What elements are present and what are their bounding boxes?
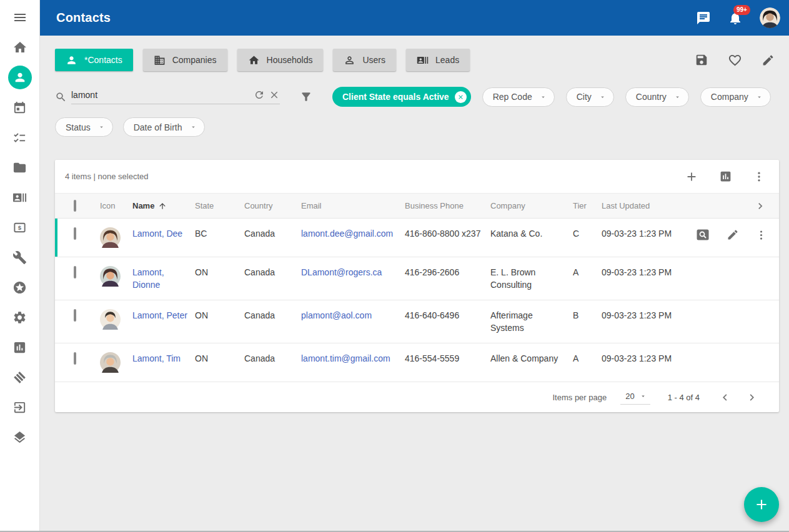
sidebar-item-reports[interactable] bbox=[0, 332, 40, 362]
column-header-icon[interactable]: Icon bbox=[100, 201, 132, 210]
filter-chip-rep-code[interactable]: Rep Code bbox=[482, 87, 555, 107]
topbar: Contacts 99+ bbox=[40, 0, 789, 36]
menu-button[interactable] bbox=[12, 10, 27, 25]
contact-email-link[interactable]: lamont.tim@gmail.com bbox=[301, 353, 390, 363]
star-circle-icon bbox=[12, 280, 27, 295]
filter-funnel-button[interactable] bbox=[300, 91, 312, 103]
tab-users-label: Users bbox=[362, 55, 385, 65]
column-header-email[interactable]: Email bbox=[301, 201, 405, 210]
filter-chip-company[interactable]: Company bbox=[700, 87, 771, 107]
row-actions bbox=[695, 227, 777, 242]
sidebar-item-calendar[interactable] bbox=[0, 92, 40, 122]
row-checkbox[interactable] bbox=[74, 266, 76, 278]
cell-tier: C bbox=[573, 227, 602, 240]
sidebar-item-campaigns[interactable] bbox=[0, 362, 40, 392]
edit-view-button[interactable] bbox=[762, 54, 775, 67]
sidebar-item-tools[interactable] bbox=[0, 242, 40, 272]
contact-email-link[interactable]: plamont@aol.com bbox=[301, 310, 372, 320]
table-row[interactable]: Lamont, Peter ON Canada plamont@aol.com … bbox=[55, 300, 779, 343]
sidebar-item-exit[interactable] bbox=[0, 392, 40, 422]
table-row[interactable]: Lamont, Dee BC Canada lamont.dee@gmail.c… bbox=[55, 219, 779, 257]
table-toolbar: 4 items | none selected bbox=[55, 160, 779, 193]
svg-text:$: $ bbox=[18, 224, 22, 231]
previous-page-button[interactable] bbox=[718, 391, 732, 404]
contact-name-link[interactable]: Lamont, Peter bbox=[132, 310, 187, 320]
contact-avatar bbox=[100, 309, 132, 330]
cell-company: Katana & Co. bbox=[490, 227, 573, 240]
sidebar-item-settings[interactable] bbox=[0, 302, 40, 332]
sidebar-item-documents[interactable] bbox=[0, 152, 40, 182]
contact-email-link[interactable]: DLamont@rogers.ca bbox=[301, 267, 382, 277]
filter-chip-status[interactable]: Status bbox=[55, 117, 113, 137]
cell-company: E. L. Brown Consulting bbox=[490, 266, 573, 291]
sidebar-nav: $ bbox=[0, 32, 40, 452]
chevron-down-icon bbox=[674, 94, 681, 101]
refresh-icon[interactable] bbox=[254, 89, 265, 101]
column-header-company[interactable]: Company bbox=[490, 201, 573, 210]
user-avatar[interactable] bbox=[760, 7, 780, 28]
next-page-button[interactable] bbox=[745, 391, 758, 404]
user-avatar-image bbox=[760, 7, 780, 28]
column-header-updated[interactable]: Last Updated bbox=[602, 201, 695, 210]
column-header-state[interactable]: State bbox=[195, 201, 244, 210]
row-checkbox[interactable] bbox=[74, 309, 76, 322]
sidebar-item-tasks[interactable] bbox=[0, 122, 40, 152]
chat-button[interactable] bbox=[696, 11, 711, 26]
chevron-right-icon bbox=[745, 391, 758, 404]
search-icon bbox=[55, 91, 67, 103]
filter-chips-row1: Client State equals Active Rep Code City… bbox=[332, 87, 771, 107]
tab-companies[interactable]: Companies bbox=[143, 49, 227, 71]
page-size-value: 20 bbox=[625, 392, 634, 401]
page-size-select[interactable]: 20 bbox=[620, 390, 650, 405]
save-view-button[interactable] bbox=[695, 53, 708, 67]
row-menu-button[interactable] bbox=[755, 229, 767, 241]
checklist-icon bbox=[12, 131, 27, 145]
cell-phone: 416-640-6496 bbox=[405, 309, 490, 322]
sidebar-item-layers[interactable] bbox=[0, 422, 40, 452]
preview-contact-button[interactable] bbox=[695, 227, 710, 242]
page-title: Contacts bbox=[56, 11, 111, 25]
active-filter-chip[interactable]: Client State equals Active bbox=[332, 87, 471, 107]
table-row[interactable]: Lamont, Tim ON Canada lamont.tim@gmail.c… bbox=[55, 343, 779, 382]
select-all-checkbox[interactable] bbox=[74, 200, 76, 212]
edit-contact-button[interactable] bbox=[727, 229, 739, 241]
favorite-view-button[interactable] bbox=[728, 53, 742, 67]
close-icon bbox=[457, 94, 464, 101]
sidebar-item-favorites[interactable] bbox=[0, 272, 40, 302]
contact-email-link[interactable]: lamont.dee@gmail.com bbox=[301, 229, 393, 239]
sidebar-item-address-book[interactable] bbox=[0, 182, 40, 212]
add-column-button[interactable] bbox=[685, 170, 698, 184]
chevron-down-icon bbox=[540, 94, 547, 101]
table-row[interactable]: Lamont, Dionne ON Canada DLamont@rogers.… bbox=[55, 257, 779, 300]
notifications-button[interactable]: 99+ bbox=[728, 11, 743, 26]
contact-name-link[interactable]: Lamont, Dee bbox=[132, 229, 182, 239]
table-menu-button[interactable] bbox=[753, 170, 765, 183]
search-input[interactable] bbox=[71, 90, 250, 100]
sidebar-item-billing[interactable]: $ bbox=[0, 212, 40, 242]
tab-users[interactable]: Users bbox=[333, 49, 396, 71]
cell-country: Canada bbox=[244, 227, 301, 240]
tab-leads[interactable]: Leads bbox=[406, 49, 470, 71]
filter-chip-city[interactable]: City bbox=[566, 87, 614, 107]
column-header-tier[interactable]: Tier bbox=[573, 201, 602, 210]
row-checkbox[interactable] bbox=[74, 227, 76, 240]
column-header-phone[interactable]: Business Phone bbox=[405, 201, 490, 210]
scroll-columns-right-button[interactable] bbox=[754, 200, 767, 212]
remove-filter-button[interactable] bbox=[455, 91, 467, 103]
chip-label: City bbox=[577, 92, 592, 102]
add-contact-fab[interactable] bbox=[744, 487, 779, 522]
tab-contacts[interactable]: *Contacts bbox=[55, 49, 133, 71]
filter-chip-date-of-birth[interactable]: Date of Birth bbox=[123, 117, 205, 137]
column-header-country[interactable]: Country bbox=[244, 201, 301, 210]
sidebar-item-contacts[interactable] bbox=[0, 62, 40, 92]
clear-search-icon[interactable] bbox=[269, 89, 280, 101]
chart-view-button[interactable] bbox=[719, 170, 732, 183]
cell-updated: 09-03-23 1:23 PM bbox=[602, 227, 695, 240]
row-checkbox[interactable] bbox=[74, 352, 76, 365]
filter-chip-country[interactable]: Country bbox=[625, 87, 689, 107]
tab-households[interactable]: Households bbox=[237, 49, 324, 71]
column-header-name[interactable]: Name bbox=[132, 201, 195, 210]
contact-name-link[interactable]: Lamont, Dionne bbox=[132, 267, 164, 290]
sidebar-item-home[interactable] bbox=[0, 32, 40, 62]
contact-name-link[interactable]: Lamont, Tim bbox=[132, 353, 181, 363]
